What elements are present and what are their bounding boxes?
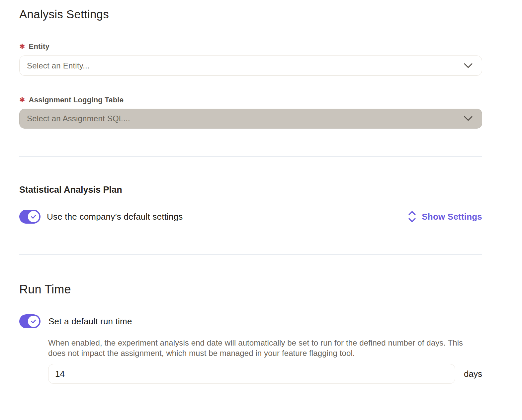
entity-label-row: ✱ Entity xyxy=(19,42,482,51)
entity-label: Entity xyxy=(29,42,49,51)
section-divider xyxy=(19,254,482,255)
default-settings-toggle-label: Use the company’s default settings xyxy=(47,212,183,222)
assignment-label-row: ✱ Assignment Logging Table xyxy=(19,96,482,104)
entity-select-placeholder: Select an Entity... xyxy=(27,61,90,70)
statistical-analysis-plan-heading: Statistical Analysis Plan xyxy=(19,184,482,196)
run-time-toggle-row: Set a default run time xyxy=(19,314,482,328)
assignment-sql-select: Select an Assignment SQL... xyxy=(19,109,482,129)
show-settings-label: Show Settings xyxy=(422,212,482,222)
check-icon xyxy=(30,318,37,325)
assignment-logging-table-label: Assignment Logging Table xyxy=(29,96,124,104)
entity-select[interactable]: Select an Entity... xyxy=(19,55,482,76)
assignment-sql-select-placeholder: Select an Assignment SQL... xyxy=(27,114,130,123)
run-time-heading: Run Time xyxy=(19,281,482,297)
required-asterisk-icon: ✱ xyxy=(19,43,25,50)
run-time-toggle-label: Set a default run time xyxy=(48,316,132,327)
section-divider xyxy=(19,156,482,157)
chevron-down-icon xyxy=(464,63,473,68)
days-unit-label: days xyxy=(464,369,482,379)
expand-chevrons-icon xyxy=(408,210,416,223)
run-time-description: When enabled, the experiment analysis en… xyxy=(48,338,482,358)
page-title: Analysis Settings xyxy=(19,7,482,22)
toggle-knob xyxy=(28,211,39,222)
run-time-input-row: days xyxy=(48,364,482,384)
show-settings-link[interactable]: Show Settings xyxy=(408,210,482,223)
chevron-down-icon xyxy=(464,116,473,121)
toggle-knob xyxy=(28,316,39,327)
default-settings-toggle[interactable] xyxy=(19,210,41,224)
analysis-settings-page: Analysis Settings ✱ Entity Select an Ent… xyxy=(0,0,522,420)
check-icon xyxy=(30,213,37,220)
required-asterisk-icon: ✱ xyxy=(19,97,25,104)
default-settings-toggle-row: Use the company’s default settings Show … xyxy=(19,210,482,224)
run-time-toggle[interactable] xyxy=(19,314,41,328)
days-input[interactable] xyxy=(48,364,455,384)
